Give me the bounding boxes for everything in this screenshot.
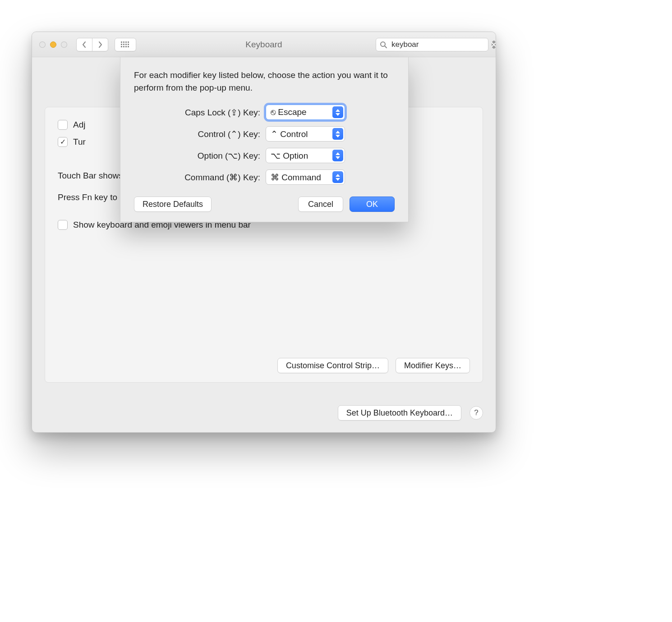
restore-defaults-button[interactable]: Restore Defaults xyxy=(134,197,212,212)
modifier-key-value: ⌃ Control xyxy=(271,129,308,139)
svg-line-13 xyxy=(385,46,387,48)
modifier-row: Option (⌥) Key:⌥ Option xyxy=(134,148,395,163)
zoom-window-button[interactable] xyxy=(61,41,67,48)
modifier-row: Caps Lock (⇪) Key:⎋ Escape xyxy=(134,105,395,120)
modifier-key-label: Command (⌘) Key: xyxy=(134,172,266,183)
bluetooth-keyboard-button[interactable]: Set Up Bluetooth Keyboard… xyxy=(338,405,461,421)
modifier-key-select[interactable]: ⌘ Command xyxy=(266,169,345,185)
minimise-window-button[interactable] xyxy=(50,41,56,48)
modifier-row: Command (⌘) Key:⌘ Command xyxy=(134,169,395,185)
svg-rect-9 xyxy=(123,46,124,47)
nav-back-forward xyxy=(76,38,108,51)
modifier-row: Control (⌃) Key:⌃ Control xyxy=(134,126,395,142)
sheet-actions: Restore Defaults Cancel OK xyxy=(134,197,395,212)
touch-bar-shows-label: Touch Bar shows xyxy=(58,171,123,181)
forward-button[interactable] xyxy=(92,38,108,51)
turn-backlight-label-truncated: Tur xyxy=(73,137,86,147)
turn-backlight-checkbox[interactable] xyxy=(58,137,68,147)
svg-rect-1 xyxy=(123,41,124,43)
adjust-brightness-checkbox[interactable] xyxy=(58,120,68,130)
modifier-key-value: ⌘ Command xyxy=(271,172,321,183)
chevron-right-icon xyxy=(98,41,102,48)
window-footer-actions: Set Up Bluetooth Keyboard… ? xyxy=(338,405,483,421)
svg-rect-3 xyxy=(128,41,129,43)
svg-rect-2 xyxy=(125,41,127,43)
close-icon xyxy=(492,42,496,47)
select-stepper-icon xyxy=(332,150,343,161)
modifier-key-select[interactable]: ⌥ Option xyxy=(266,148,345,163)
modifier-key-select[interactable]: ⌃ Control xyxy=(266,126,345,142)
emoji-viewer-checkbox[interactable] xyxy=(58,220,68,230)
modifier-key-label: Caps Lock (⇪) Key: xyxy=(134,107,266,118)
svg-rect-5 xyxy=(123,44,124,45)
show-all-button[interactable] xyxy=(115,38,136,51)
sheet-description: For each modifier key listed below, choo… xyxy=(134,69,395,94)
modifier-key-label: Option (⌥) Key: xyxy=(134,151,266,161)
ok-button[interactable]: OK xyxy=(350,197,395,212)
grid-icon xyxy=(121,41,130,48)
preferences-window: Keyboard Adj Tur xyxy=(32,32,496,433)
customise-control-strip-button[interactable]: Customise Control Strip… xyxy=(277,358,388,373)
help-button[interactable]: ? xyxy=(469,406,483,420)
traffic-lights xyxy=(39,41,70,48)
svg-rect-8 xyxy=(121,46,122,47)
press-fn-label: Press Fn key to xyxy=(58,192,117,202)
adjust-brightness-label-truncated: Adj xyxy=(73,120,85,130)
modifier-key-value: ⎋ Escape xyxy=(271,107,307,117)
search-input[interactable] xyxy=(391,40,488,50)
svg-rect-11 xyxy=(128,46,129,47)
select-stepper-icon xyxy=(332,106,343,118)
svg-rect-10 xyxy=(125,46,127,47)
svg-rect-4 xyxy=(121,44,122,45)
search-icon xyxy=(380,41,387,48)
modifier-keys-button[interactable]: Modifier Keys… xyxy=(396,358,470,373)
select-stepper-icon xyxy=(332,128,343,140)
close-window-button[interactable] xyxy=(39,41,46,48)
chevron-left-icon xyxy=(82,41,87,48)
clear-search-button[interactable] xyxy=(492,41,496,49)
svg-rect-6 xyxy=(125,44,127,45)
search-field[interactable] xyxy=(376,38,488,51)
modifier-key-select[interactable]: ⎋ Escape xyxy=(266,105,345,120)
modifier-key-label: Control (⌃) Key: xyxy=(134,129,266,139)
window-title: Keyboard xyxy=(245,40,282,49)
window-toolbar: Keyboard xyxy=(32,32,496,57)
svg-rect-7 xyxy=(128,44,129,45)
modifier-key-value: ⌥ Option xyxy=(271,151,308,161)
cancel-button[interactable]: Cancel xyxy=(298,197,343,212)
select-stepper-icon xyxy=(332,171,343,183)
back-button[interactable] xyxy=(76,38,92,51)
svg-rect-0 xyxy=(121,41,122,43)
panel-actions: Customise Control Strip… Modifier Keys… xyxy=(277,358,470,373)
modifier-keys-sheet: For each modifier key listed below, choo… xyxy=(120,57,409,222)
